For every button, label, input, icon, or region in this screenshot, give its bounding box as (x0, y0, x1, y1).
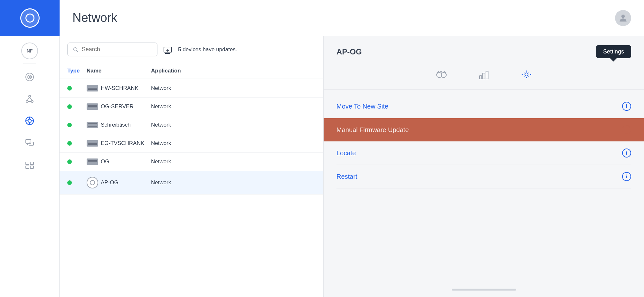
sidebar-item-topology[interactable] (20, 89, 39, 109)
info-icon[interactable]: i (622, 172, 631, 181)
status-dot (67, 180, 72, 185)
settings-tooltip-button[interactable]: Settings (596, 45, 631, 58)
sidebar-item-radio[interactable] (20, 67, 39, 87)
switch-icon (87, 158, 98, 165)
device-icon: AP-OG (87, 177, 151, 188)
device-icon: OG-SERVER (87, 103, 151, 110)
settings-item-move-to-new-site[interactable]: Move To New Site i (336, 95, 631, 118)
settings-list: Move To New Site i Manual Firmware Updat… (324, 90, 644, 194)
tab-stats[interactable] (476, 66, 492, 83)
device-name: HW-SCHRANK (101, 85, 138, 91)
status-dot (67, 123, 72, 127)
user-avatar[interactable] (615, 10, 631, 26)
table-row[interactable]: OG Network (60, 153, 323, 171)
settings-item-manual-firmware-update[interactable]: Manual Firmware Update i (324, 118, 644, 141)
svg-rect-31 (483, 73, 485, 79)
col-extra (251, 68, 316, 74)
page-title: Network (60, 11, 615, 25)
sidebar: NF (0, 36, 60, 297)
scrollbar-indicator (452, 289, 516, 291)
ap-icon-inner (90, 180, 95, 185)
update-icon (163, 44, 173, 55)
svg-point-23 (74, 47, 77, 51)
device-name: OG (101, 158, 109, 165)
logo-inner (25, 14, 34, 23)
search-input[interactable] (82, 46, 152, 53)
device-table: Type Name Application HW-SCHRANK Network (60, 63, 323, 297)
svg-point-0 (621, 14, 625, 18)
table-row[interactable]: OG-SERVER Network (60, 98, 323, 116)
logo-icon (20, 8, 40, 28)
svg-rect-20 (30, 162, 33, 165)
main-layout: NF (0, 36, 644, 297)
ap-icon (87, 177, 98, 188)
device-app: Network (151, 140, 251, 147)
svg-line-7 (27, 97, 30, 101)
detail-panel: AP-OG Settings (324, 36, 644, 297)
search-box[interactable] (67, 43, 157, 56)
device-name: EG-TVSCHRANK (101, 140, 144, 147)
info-icon[interactable]: i (622, 125, 631, 134)
search-icon (73, 46, 79, 53)
device-name: OG-SERVER (101, 103, 134, 110)
content-area: 5 devices have updates. Type Name Applic… (60, 36, 644, 297)
tab-settings[interactable] (518, 66, 535, 83)
status-dot (67, 86, 72, 91)
detail-device-title: AP-OG (336, 47, 362, 56)
device-app: Network (151, 85, 251, 91)
settings-item-label: Move To New Site (336, 103, 388, 110)
svg-rect-30 (479, 76, 482, 79)
switch-icon (87, 140, 98, 147)
settings-item-restart[interactable]: Restart i (336, 165, 631, 188)
sidebar-item-extra[interactable] (20, 155, 39, 174)
bar-chart-icon (478, 68, 490, 81)
sidebar-item-nf[interactable]: NF (21, 43, 38, 59)
logo-block (0, 0, 60, 36)
svg-line-8 (30, 97, 32, 101)
svg-point-4 (29, 95, 31, 97)
col-application: Application (151, 68, 251, 74)
table-row[interactable]: AP-OG Network (60, 171, 323, 195)
status-dot (67, 141, 72, 146)
status-dot (67, 159, 72, 164)
device-icon: EG-TVSCHRANK (87, 140, 151, 147)
device-list-panel: 5 devices have updates. Type Name Applic… (60, 36, 324, 297)
tab-overview[interactable] (433, 66, 450, 83)
svg-point-5 (26, 101, 28, 102)
binoculars-icon (435, 68, 448, 81)
settings-item-label: Locate (336, 149, 356, 157)
device-icon: Schreibtisch (87, 122, 151, 128)
device-icon: HW-SCHRANK (87, 85, 151, 91)
sidebar-divider (23, 63, 36, 63)
device-app: Network (151, 179, 251, 186)
svg-point-11 (28, 119, 31, 122)
sidebar-item-network[interactable] (20, 111, 39, 130)
info-icon[interactable]: i (622, 102, 631, 111)
svg-rect-16 (26, 139, 31, 143)
switch-icon (87, 103, 98, 110)
settings-item-locate[interactable]: Locate i (336, 141, 631, 165)
settings-tooltip-wrapper: Settings (596, 45, 631, 58)
switch-icon (87, 122, 98, 128)
update-notice: 5 devices have updates. (178, 46, 237, 53)
info-icon[interactable]: i (622, 148, 631, 158)
col-name: Name (87, 68, 151, 74)
svg-point-33 (525, 73, 528, 76)
table-row[interactable]: EG-TVSCHRANK Network (60, 134, 323, 153)
switch-icon (87, 85, 98, 91)
svg-point-6 (31, 101, 33, 102)
status-dot (67, 104, 72, 109)
update-icon-button[interactable] (163, 44, 173, 55)
device-name: AP-OG (101, 179, 118, 186)
table-row[interactable]: HW-SCHRANK Network (60, 79, 323, 98)
svg-rect-21 (26, 166, 29, 168)
svg-rect-22 (30, 166, 33, 168)
detail-header: AP-OG Settings (324, 36, 644, 58)
svg-rect-32 (486, 71, 488, 79)
device-app: Network (151, 158, 251, 165)
table-row[interactable]: Schreibtisch Network (60, 116, 323, 134)
col-type: Type (67, 68, 87, 74)
svg-point-3 (29, 76, 30, 78)
sidebar-item-devices[interactable] (20, 133, 39, 152)
detail-tabs (324, 58, 644, 90)
